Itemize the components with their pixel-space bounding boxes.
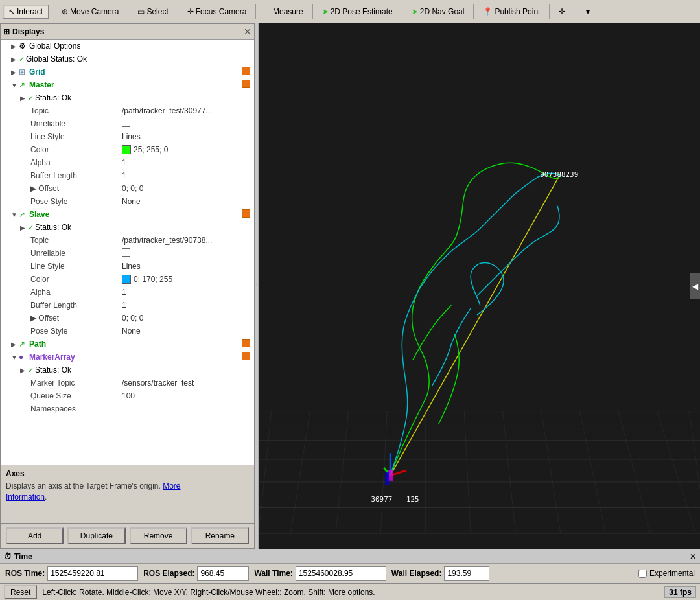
- svg-rect-24: [385, 472, 389, 485]
- prop-ma-ns: Namespaces: [1, 402, 254, 415]
- label-125: 125: [406, 495, 419, 503]
- grid-checkbox[interactable]: [242, 67, 250, 77]
- expand-icon-ss: ▶: [20, 224, 28, 231]
- prop-master-alpha: Alpha 1: [1, 156, 254, 169]
- viewport-3d[interactable]: 907388239 30977 125 ◀: [259, 23, 700, 549]
- tree-item-global-options[interactable]: ▶ ⚙ Global Options: [1, 40, 254, 52]
- pose-estimate-button[interactable]: ➤ 2D Pose Estimate: [316, 5, 399, 19]
- ros-time-input[interactable]: [47, 566, 138, 581]
- move-camera-button[interactable]: ⊕ Move Camera: [56, 5, 124, 19]
- tree-item-grid[interactable]: ▶ ⊞ Grid: [1, 65, 254, 78]
- status-instructions: Left-Click: Rotate. Middle-Click: Move X…: [42, 588, 659, 597]
- prop-slave-offset[interactable]: ▶ Offset 0; 0; 0: [1, 312, 254, 325]
- pose-estimate-icon: ➤: [322, 7, 329, 16]
- prop-slave-alpha: Alpha 1: [1, 286, 254, 299]
- experimental-field: Experimental: [638, 569, 695, 578]
- select-button[interactable]: ▭ Select: [132, 5, 174, 19]
- viewport-collapse-handle[interactable]: ◀: [690, 273, 700, 299]
- ros-elapsed-input[interactable]: [197, 566, 249, 581]
- toolbar-separator-2: [128, 4, 128, 19]
- slave-offset-expand: ▶: [30, 314, 36, 323]
- expand-icon-ma: ▼: [11, 354, 19, 361]
- toolbar-separator-4: [255, 4, 256, 19]
- prop-ma-topic: Marker Topic /sensors/tracker_test: [1, 376, 254, 389]
- prop-master-color[interactable]: Color 25; 255; 0: [1, 143, 254, 156]
- path-icon-master: ↗: [19, 80, 28, 89]
- master-checkbox[interactable]: [242, 80, 250, 90]
- minus-icon: ─: [578, 7, 584, 16]
- ros-elapsed-label: ROS Elapsed:: [143, 569, 194, 578]
- toolbar-separator-8: [549, 4, 550, 19]
- focus-camera-button[interactable]: ✛ Focus Camera: [181, 5, 253, 19]
- prop-slave-posestyle: Pose Style None: [1, 325, 254, 338]
- interact-button[interactable]: ↖ Interact: [3, 5, 49, 19]
- time-close-button[interactable]: ✕: [690, 552, 696, 561]
- settings-icon: ⚙: [19, 41, 28, 51]
- tree-item-master-status[interactable]: ▶ ✓ Status: Ok: [1, 91, 254, 104]
- prop-master-posestyle: Pose Style None: [1, 195, 254, 208]
- displays-header: ⊞ Displays ✕: [1, 24, 254, 40]
- expand-icon-master: ▼: [11, 82, 19, 89]
- tree-item-slave[interactable]: ▼ ↗ Slave: [1, 208, 254, 221]
- main-area: ⊞ Displays ✕ ▶ ⚙ Global Options ▶: [0, 23, 700, 549]
- experimental-label: Experimental: [649, 569, 695, 578]
- wall-time-input[interactable]: [296, 566, 386, 581]
- tree-item-slave-status[interactable]: ▶ ✓ Status: Ok: [1, 221, 254, 234]
- measure-button[interactable]: ─ Measure: [259, 5, 309, 19]
- publish-icon: 📍: [483, 7, 493, 16]
- information-link[interactable]: Information: [6, 492, 45, 502]
- rename-button[interactable]: Rename: [191, 527, 249, 544]
- publish-point-button[interactable]: 📍 Publish Point: [477, 5, 546, 19]
- prop-slave-linestyle: Line Style Lines: [1, 260, 254, 273]
- displays-panel: ⊞ Displays ✕ ▶ ⚙ Global Options ▶: [0, 23, 255, 465]
- expand-icon-path: ▶: [11, 341, 19, 348]
- focus-icon: ✛: [187, 7, 194, 16]
- nav-goal-icon: ➤: [412, 7, 418, 16]
- check-icon-mas: ✓: [28, 366, 34, 375]
- label-309: 30977: [371, 495, 392, 503]
- more-link[interactable]: More: [163, 481, 180, 490]
- info-panel: Axes Displays an axis at the Target Fram…: [0, 465, 255, 524]
- info-text: Displays an axis at the Target Frame's o…: [6, 481, 249, 503]
- ros-time-label: ROS Time:: [5, 569, 45, 578]
- displays-list[interactable]: ▶ ⚙ Global Options ▶ ✓ Global Status: Ok…: [1, 40, 254, 465]
- displays-close-button[interactable]: ✕: [244, 27, 251, 37]
- ros-time-field: ROS Time:: [5, 566, 138, 581]
- toolbar-separator-3: [178, 4, 178, 19]
- prop-master-topic: Topic /path/tracker_test/30977...: [1, 104, 254, 117]
- offset-expand-icon: ▶: [30, 184, 36, 193]
- slave-checkbox[interactable]: [242, 209, 250, 220]
- slave-color-swatch: [122, 275, 131, 284]
- path-checkbox[interactable]: [242, 339, 250, 349]
- toolbar-separator-6: [402, 4, 402, 19]
- left-panel: ⊞ Displays ✕ ▶ ⚙ Global Options ▶: [0, 23, 255, 549]
- info-title: Axes: [6, 469, 249, 478]
- path-label: Path: [29, 340, 242, 349]
- prop-slave-color[interactable]: Color 0; 170; 255: [1, 273, 254, 286]
- prop-master-offset[interactable]: ▶ Offset 0; 0; 0: [1, 182, 254, 195]
- tree-item-ma-status[interactable]: ▶ ✓ Status: Ok: [1, 363, 254, 376]
- expand-icon-mas: ▶: [20, 367, 28, 374]
- tree-item-master[interactable]: ▼ ↗ Master: [1, 78, 254, 91]
- duplicate-button[interactable]: Duplicate: [67, 527, 125, 544]
- move-camera-icon: ⊕: [62, 7, 68, 16]
- wall-elapsed-input[interactable]: [444, 566, 489, 581]
- slave-status-label: Status: Ok: [35, 223, 253, 232]
- toolbar-separator-7: [473, 4, 474, 19]
- displays-icon: ⊞: [3, 27, 10, 36]
- remove-button[interactable]: Remove: [130, 527, 187, 544]
- marker-icon: ●: [19, 352, 28, 362]
- minus-button[interactable]: ─ ▾: [572, 5, 596, 19]
- tree-item-global-status[interactable]: ▶ ✓ Global Status: Ok: [1, 52, 254, 65]
- expand-icon-slave: ▼: [11, 211, 19, 218]
- tree-item-markerarray[interactable]: ▼ ● MarkerArray: [1, 351, 254, 363]
- tree-item-path[interactable]: ▶ ↗ Path: [1, 338, 254, 351]
- expand-icon-2: ▶: [11, 56, 19, 63]
- reset-button[interactable]: Reset: [4, 585, 37, 599]
- add-button[interactable]: Add: [6, 527, 64, 544]
- grid-label: Grid: [29, 67, 242, 76]
- markerarray-checkbox[interactable]: [242, 352, 250, 362]
- add-display-button[interactable]: ✛: [553, 5, 571, 19]
- experimental-checkbox[interactable]: [638, 570, 647, 578]
- nav-goal-button[interactable]: ➤ 2D Nav Goal: [406, 5, 471, 19]
